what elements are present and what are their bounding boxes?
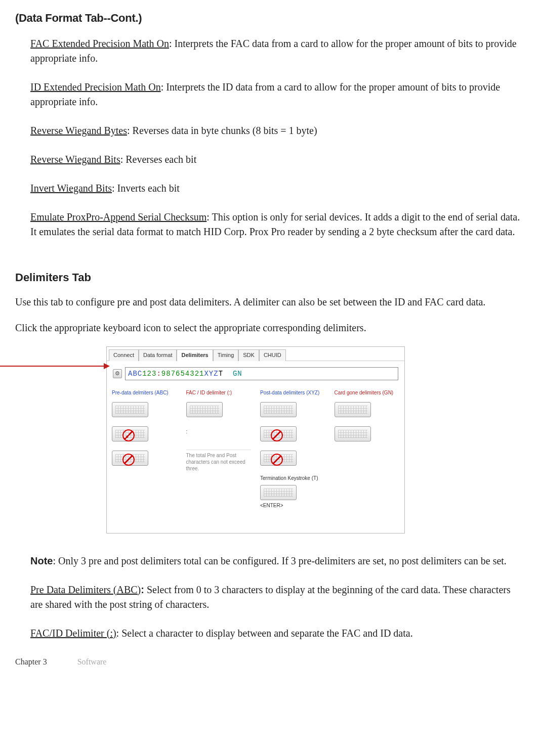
def-inv-bits: Invert Wiegand Bits: Inverts each bit — [30, 181, 525, 196]
callout-arrow-icon — [0, 366, 109, 367]
col-post-title: Post-data delimiters (XYZ) — [260, 389, 325, 397]
keyboard-icon[interactable] — [112, 402, 148, 417]
def-rev-bytes-label: Reverse Wiegand Bytes — [30, 125, 127, 136]
col-gone-title: Card gone delimiters (GN) — [335, 389, 400, 397]
col-facid-title: FAC / ID delimiter (:) — [186, 389, 252, 397]
def-emulate: Emulate ProxPro-Append Serial Checksum: … — [30, 210, 525, 239]
def-rev-bits-label: Reverse Wiegand Bits — [30, 154, 120, 165]
keyboard-icon[interactable] — [335, 426, 371, 441]
tab-chuid[interactable]: CHUID — [259, 349, 286, 361]
tab-sdk[interactable]: SDK — [238, 349, 259, 361]
termination-title: Termination Keystroke (T) — [260, 475, 325, 482]
delimiter-columns: Pre-data delmiters (ABC) FAC / ID delimi… — [107, 386, 404, 513]
tab-timing[interactable]: Timing — [213, 349, 239, 361]
def-id-ext-label: ID Extended Precision Math On — [30, 81, 161, 93]
sample-sep: : — [156, 370, 161, 378]
hint-text: The total Pre and Post characters can no… — [186, 450, 252, 472]
def-rev-bytes-text: : Reverses data in byte chunks (8 bits =… — [127, 125, 317, 136]
def-fac-ext-label: FAC Extended Precision Math On — [30, 38, 169, 49]
termination-block: Termination Keystroke (T) <ENTER> — [260, 475, 325, 510]
keyboard-icon[interactable] — [335, 402, 371, 417]
sample-space — [223, 370, 233, 378]
note-text: : Only 3 pre and post delimiters total c… — [53, 555, 506, 566]
col-facid: FAC / ID delimiter (:) : The total Pre a… — [186, 389, 252, 510]
def-rev-bits: Reverse Wiegand Bits: Reverses each bit — [30, 152, 525, 167]
def-inv-bits-label: Invert Wiegand Bits — [30, 183, 112, 194]
sample-term: T — [219, 370, 223, 378]
def-facid-delim-label: FAC/ID Delimiter (:) — [30, 628, 116, 639]
termination-value: <ENTER> — [260, 502, 325, 510]
figure-delimiters: ABC = Pre-Data : = FAC/ID Connect Data f… — [15, 346, 405, 533]
sample-pre: ABC — [128, 370, 142, 378]
dialog-delimiters: Connect Data format Delimiters Timing SD… — [106, 346, 405, 533]
sample-fac: 123 — [142, 370, 156, 378]
keyboard-icon[interactable] — [260, 402, 297, 417]
sample-id: 987654321 — [161, 370, 204, 378]
keyboard-clear-icon[interactable] — [260, 426, 297, 441]
facid-value: : — [186, 428, 252, 436]
note-label: Note — [30, 555, 53, 566]
sample-gone: GN — [233, 370, 242, 378]
def-facid-delim: FAC/ID Delimiter (:): Select a character… — [30, 626, 525, 641]
keyboard-clear-icon[interactable] — [112, 426, 148, 441]
col-pre-title: Pre-data delmiters (ABC) — [112, 389, 177, 397]
tabs-row: Connect Data format Delimiters Timing SD… — [107, 347, 404, 361]
tab-delimiters[interactable]: Delimiters — [177, 349, 213, 361]
heading-data-format-cont: (Data Format Tab--Cont.) — [15, 10, 525, 26]
colon-bold: : — [141, 584, 144, 595]
sample-post: XYZ — [204, 370, 218, 378]
def-fac-ext: FAC Extended Precision Math On: Interpre… — [30, 36, 525, 66]
footer-section: Software — [77, 656, 107, 668]
def-rev-bits-text: : Reverses each bit — [120, 154, 197, 165]
sample-output: ABC123:987654321XYZT GN — [125, 367, 398, 380]
sample-bar: ⚙ ABC123:987654321XYZT GN — [112, 366, 399, 381]
keyboard-clear-icon[interactable] — [112, 451, 148, 466]
def-facid-delim-text: : Select a character to display between … — [116, 628, 413, 639]
tab-data-format[interactable]: Data format — [139, 349, 177, 361]
col-post: Post-data delimiters (XYZ) Termination K… — [260, 389, 325, 510]
note-para: Note: Only 3 pre and post delimiters tot… — [30, 554, 525, 568]
delim-intro-2: Click the appropriate keyboard icon to s… — [15, 321, 525, 335]
keyboard-icon[interactable] — [260, 485, 297, 500]
def-pre-data-label: Pre Data Delimiters (ABC) — [30, 584, 141, 595]
tab-connect[interactable]: Connect — [109, 349, 139, 361]
delim-intro-1: Use this tab to configure pre and post d… — [15, 295, 525, 309]
keyboard-icon[interactable] — [186, 402, 223, 417]
def-pre-data: Pre Data Delimiters (ABC): Select from 0… — [30, 583, 525, 612]
def-id-ext: ID Extended Precision Math On: Interpret… — [30, 80, 525, 109]
gear-icon[interactable]: ⚙ — [113, 369, 122, 378]
keyboard-clear-icon[interactable] — [260, 451, 297, 466]
page-footer: Chapter 3 Software — [15, 656, 525, 668]
def-rev-bytes: Reverse Wiegand Bytes: Reverses data in … — [30, 123, 525, 138]
col-pre: Pre-data delmiters (ABC) — [112, 389, 177, 510]
heading-delimiters: Delimiters Tab — [15, 270, 525, 286]
def-inv-bits-text: : Inverts each bit — [112, 183, 180, 194]
footer-chapter: Chapter 3 — [15, 656, 47, 668]
col-gone: Card gone delimiters (GN) — [335, 389, 400, 510]
def-emulate-label: Emulate ProxPro-Append Serial Checksum — [30, 211, 206, 223]
